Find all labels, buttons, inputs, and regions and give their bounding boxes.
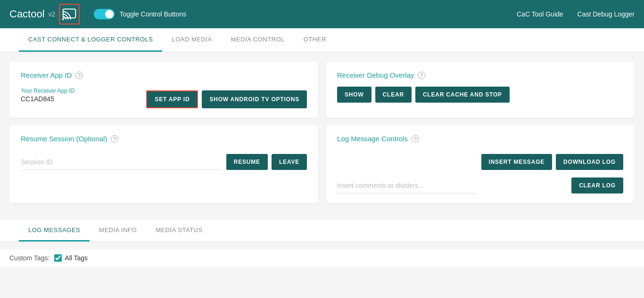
log-message-input-group bbox=[337, 178, 476, 193]
clear-overlay-button[interactable]: CLEAR bbox=[375, 87, 412, 103]
toggle-section: Toggle Control Buttons bbox=[94, 9, 517, 19]
receiver-app-id-title: Receiver App ID ? bbox=[21, 71, 307, 79]
tab-load-media[interactable]: LOAD MEDIA bbox=[162, 28, 221, 52]
log-message-buttons: INSERT MESSAGE DOWNLOAD LOG CLEAR LOG bbox=[481, 154, 623, 193]
receiver-debug-overlay-help-icon[interactable]: ? bbox=[418, 72, 425, 79]
receiver-app-id-help-icon[interactable]: ? bbox=[75, 72, 83, 79]
receiver-app-id-input-value[interactable]: CC1AD845 bbox=[21, 95, 140, 103]
svg-rect-0 bbox=[63, 9, 76, 18]
main-tabs: CAST CONNECT & LOGGER CONTROLS LOAD MEDI… bbox=[0, 28, 644, 52]
show-android-tv-button[interactable]: SHOW ANDROID TV OPTIONS bbox=[202, 90, 307, 108]
all-tags-checkbox[interactable] bbox=[54, 254, 62, 262]
resume-session-title: Resume Session (Optional) ? bbox=[21, 135, 307, 143]
receiver-debug-overlay-card: Receiver Debug Overlay ? SHOW CLEAR CLEA… bbox=[326, 62, 635, 118]
leave-button[interactable]: LEAVE bbox=[272, 154, 307, 170]
receiver-debug-overlay-title: Receiver Debug Overlay ? bbox=[337, 71, 623, 79]
app-logo: Cactool v2 bbox=[9, 4, 80, 24]
receiver-app-id-card: Receiver App ID ? Your Receiver App ID C… bbox=[9, 62, 318, 118]
lower-tab-media-status[interactable]: MEDIA STATUS bbox=[146, 220, 212, 242]
log-message-input[interactable] bbox=[337, 178, 476, 193]
clear-log-button[interactable]: CLEAR LOG bbox=[571, 177, 623, 193]
svg-point-1 bbox=[62, 18, 64, 20]
resume-button[interactable]: RESUME bbox=[226, 154, 268, 170]
log-message-controls-row: INSERT MESSAGE DOWNLOAD LOG CLEAR LOG bbox=[337, 150, 623, 193]
all-tags-label: All Tags bbox=[65, 254, 88, 262]
main-content: Receiver App ID ? Your Receiver App ID C… bbox=[0, 52, 644, 220]
set-app-id-button[interactable]: SET APP ID bbox=[146, 90, 198, 108]
card-grid: Receiver App ID ? Your Receiver App ID C… bbox=[9, 62, 635, 203]
log-message-buttons-row2: CLEAR LOG bbox=[571, 177, 623, 193]
tab-other[interactable]: OTHER bbox=[294, 28, 336, 52]
resume-session-row: RESUME LEAVE bbox=[21, 150, 307, 170]
download-log-button[interactable]: DOWNLOAD LOG bbox=[556, 154, 623, 170]
tab-media-control[interactable]: MEDIA CONTROL bbox=[222, 28, 294, 52]
custom-tags-label: Custom Tags: bbox=[9, 254, 50, 262]
cast-debug-logger-link[interactable]: Cast Debug Logger bbox=[578, 10, 635, 18]
log-message-controls-help-icon[interactable]: ? bbox=[412, 135, 419, 143]
lower-tab-log-messages[interactable]: LOG MESSAGES bbox=[19, 220, 90, 242]
header-nav: CaC Tool Guide Cast Debug Logger bbox=[517, 10, 635, 18]
resume-session-buttons: RESUME LEAVE bbox=[226, 154, 307, 170]
app-header: Cactool v2 Toggle Control Buttons CaC To… bbox=[0, 0, 644, 28]
receiver-app-id-row: Your Receiver App ID CC1AD845 SET APP ID… bbox=[21, 87, 307, 108]
show-overlay-button[interactable]: SHOW bbox=[337, 87, 372, 103]
cast-icon-wrapper[interactable] bbox=[59, 4, 80, 24]
insert-message-button[interactable]: INSERT MESSAGE bbox=[481, 154, 553, 170]
lower-tab-media-info[interactable]: MEDIA INFO bbox=[90, 220, 146, 242]
resume-session-help-icon[interactable]: ? bbox=[111, 135, 118, 143]
resume-session-card: Resume Session (Optional) ? RESUME LEAVE bbox=[9, 125, 318, 203]
session-id-input-group bbox=[21, 154, 221, 170]
receiver-app-id-input-label: Your Receiver App ID bbox=[21, 88, 140, 94]
cast-icon bbox=[62, 7, 77, 22]
app-name: Cactool bbox=[9, 8, 45, 20]
tab-cast-connect-logger[interactable]: CAST CONNECT & LOGGER CONTROLS bbox=[19, 28, 162, 52]
log-message-controls-card: Log Message Controls ? INSERT MESSAGE DO… bbox=[326, 125, 635, 203]
custom-tags-row: Custom Tags: All Tags bbox=[0, 250, 644, 266]
log-message-buttons-row1: INSERT MESSAGE DOWNLOAD LOG bbox=[481, 154, 623, 170]
receiver-app-id-buttons: SET APP ID SHOW ANDROID TV OPTIONS bbox=[146, 90, 307, 108]
toggle-label: Toggle Control Buttons bbox=[119, 10, 186, 18]
session-id-input[interactable] bbox=[21, 154, 221, 170]
toggle-control-buttons[interactable] bbox=[94, 9, 115, 19]
receiver-app-id-input-group: Your Receiver App ID CC1AD845 bbox=[21, 88, 140, 108]
app-version: v2 bbox=[49, 10, 56, 18]
cac-tool-guide-link[interactable]: CaC Tool Guide bbox=[517, 10, 563, 18]
lower-tabs: LOG MESSAGES MEDIA INFO MEDIA STATUS bbox=[0, 220, 644, 242]
all-tags-checkbox-wrapper[interactable]: All Tags bbox=[54, 254, 88, 262]
receiver-debug-overlay-buttons: SHOW CLEAR CLEAR CACHE AND STOP bbox=[337, 87, 623, 103]
clear-cache-stop-button[interactable]: CLEAR CACHE AND STOP bbox=[415, 87, 510, 103]
log-message-controls-title: Log Message Controls ? bbox=[337, 135, 623, 143]
